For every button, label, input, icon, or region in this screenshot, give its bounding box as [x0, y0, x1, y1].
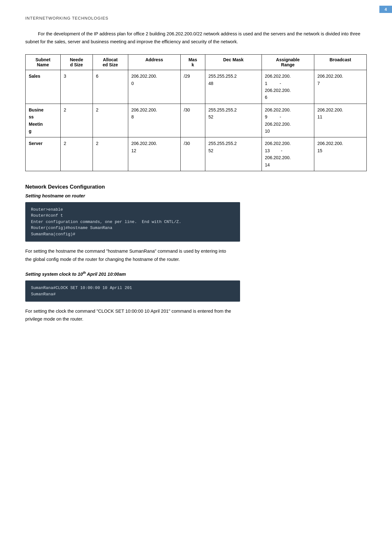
cell-dec-mask: 255.255.255.248: [205, 70, 262, 104]
page-number: 4: [379, 6, 392, 13]
table-row: BusinessMeeting 2 2 206.202.200.8 /30 25…: [26, 104, 367, 137]
cell-subnet-name: Sales: [26, 70, 61, 104]
cell-allocated: 2: [93, 104, 128, 137]
cell-address: 206.202.200.12: [128, 137, 180, 171]
table-row: Server 2 2 206.202.200.12 /30 255.255.25…: [26, 137, 367, 171]
col-header-mask: Mask: [180, 55, 205, 70]
section-heading: Network Devices Configuration: [25, 184, 367, 190]
prose-hostname-line1: For setting the hostname the command "ho…: [25, 249, 226, 254]
subheading-clock-pre: Setting system clock to 10: [25, 272, 83, 277]
col-header-broadcast: Broadcast: [314, 55, 366, 70]
cell-assignable: 206.202.200.13 -206.202.200.14: [262, 137, 314, 171]
col-header-address: Address: [128, 55, 180, 70]
code-block-hostname: Router>enable Router#conf t Enter config…: [25, 202, 240, 242]
cell-needed: 2: [60, 137, 93, 171]
col-header-allocated: Allocated Size: [93, 55, 128, 70]
prose-clock-line1: For setting the clock the command "CLOCK…: [25, 309, 231, 314]
intro-paragraph: For the development of the IP address pl…: [25, 30, 367, 45]
col-header-subnet: SubnetName: [26, 55, 61, 70]
cell-broadcast: 206.202.200.15: [314, 137, 366, 171]
cell-assignable: 206.202.200.1 -206.202.200.6: [262, 70, 314, 104]
cell-address: 206.202.200.8: [128, 104, 180, 137]
prose-hostname-line2: the global config mode of the router for…: [25, 257, 180, 262]
cell-dec-mask: 255.255.255.252: [205, 137, 262, 171]
cell-mask: /30: [180, 137, 205, 171]
col-header-needed: Needed Size: [60, 55, 93, 70]
superscript-th: th: [83, 271, 86, 274]
cell-assignable: 206.202.200.9 -206.202.200.10: [262, 104, 314, 137]
prose-clock-line2: privilege mode on the router.: [25, 316, 83, 322]
cell-address: 206.202.200.0: [128, 70, 180, 104]
cell-broadcast: 206.202.200.11: [314, 104, 366, 137]
cell-broadcast: 206.202.200.7: [314, 70, 366, 104]
subheading-hostname: Setting hostname on router: [25, 193, 367, 198]
subheading-clock: Setting system clock to 10th April 201 1…: [25, 271, 367, 277]
table-row: Sales 3 6 206.202.200.0 /29 255.255.255.…: [26, 70, 367, 104]
subnet-table: SubnetName Needed Size Allocated Size Ad…: [25, 54, 367, 171]
document-header: INTERNETWORKING TECHNOLOGIES: [25, 16, 367, 21]
prose-hostname: For setting the hostname the command "ho…: [25, 247, 367, 263]
cell-subnet-name: BusinessMeeting: [26, 104, 61, 137]
col-header-dec-mask: Dec Mask: [205, 55, 262, 70]
code-block-clock: SumanRana#CLOCK SET 10:00:00 10 April 20…: [25, 280, 240, 302]
cell-allocated: 2: [93, 137, 128, 171]
cell-dec-mask: 255.255.255.252: [205, 104, 262, 137]
cell-needed: 3: [60, 70, 93, 104]
prose-clock: For setting the clock the command "CLOCK…: [25, 307, 367, 323]
cell-allocated: 6: [93, 70, 128, 104]
col-header-assignable: AssignableRange: [262, 55, 314, 70]
cell-subnet-name: Server: [26, 137, 61, 171]
subheading-clock-post: April 201 10:00am: [86, 272, 126, 277]
cell-needed: 2: [60, 104, 93, 137]
network-devices-section: Network Devices Configuration Setting ho…: [25, 184, 367, 323]
cell-mask: /29: [180, 70, 205, 104]
cell-mask: /30: [180, 104, 205, 137]
